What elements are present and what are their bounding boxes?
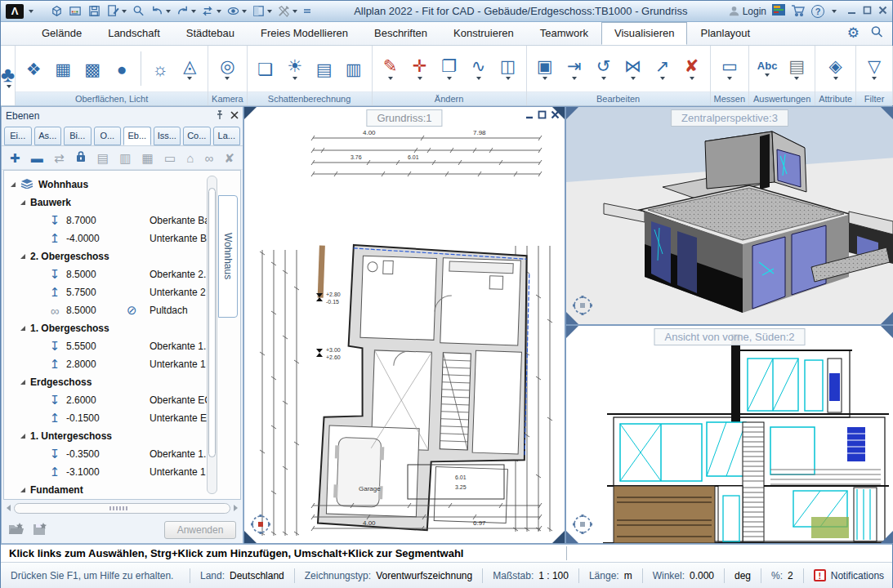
- viewport-ansicht-sueden[interactable]: Ansicht von vorne, Süden:2: [565, 325, 893, 544]
- swap-levels-icon[interactable]: ⇄: [54, 152, 65, 164]
- help-caret-icon[interactable]: [832, 10, 837, 13]
- level-value[interactable]: 5.7500: [66, 287, 96, 298]
- move-icon[interactable]: ⇥: [561, 50, 587, 87]
- scroll-right-icon[interactable]: [234, 505, 238, 511]
- level-value[interactable]: 5.5500: [66, 341, 96, 352]
- lock-level-icon[interactable]: [75, 150, 87, 165]
- sun-position-icon[interactable]: ☀: [282, 50, 308, 87]
- undo-icon[interactable]: [149, 3, 172, 19]
- level-value[interactable]: -0.3500: [66, 448, 100, 460]
- level-value[interactable]: -3.1000: [66, 466, 100, 478]
- status-winkel[interactable]: Winkel:0.000: [643, 568, 725, 583]
- side-tab-wohnhaus[interactable]: Wohnhaus: [218, 195, 238, 318]
- tree-group-bauwerk[interactable]: Bauwerk: [4, 194, 208, 212]
- stretch-icon[interactable]: ↗: [650, 50, 676, 87]
- text-abc-icon[interactable]: Abc: [754, 50, 780, 87]
- image-settings-icon[interactable]: ❏: [252, 50, 279, 87]
- tree-row[interactable]: ↧-0.3500Oberkante 1.: [4, 445, 208, 463]
- status-zeichnungstyp[interactable]: Zeichnungstyp:Vorentwurfszeichnung: [295, 568, 483, 583]
- panel-tab-layer[interactable]: La...: [213, 127, 241, 145]
- modify-wall-icon[interactable]: ◫: [495, 50, 521, 87]
- delete-icon[interactable]: ✘: [679, 50, 705, 87]
- panel-tab-issues[interactable]: Iss...: [154, 127, 181, 145]
- flatten-layer-icon[interactable]: ▭: [164, 152, 176, 164]
- lamp-icon[interactable]: ◬: [176, 50, 203, 87]
- modify-points-icon[interactable]: ✛: [407, 50, 433, 87]
- status-laenge[interactable]: Länge:m: [579, 568, 643, 583]
- modify-polyline-icon[interactable]: ∿: [466, 50, 492, 87]
- tab-gelaende[interactable]: Gelände: [29, 22, 95, 45]
- redo-icon[interactable]: [174, 3, 198, 19]
- modify-pencil-icon[interactable]: ✎: [377, 50, 404, 87]
- navigation-wheel-icon[interactable]: [250, 514, 271, 537]
- project-cube-icon[interactable]: [48, 3, 65, 19]
- tab-visualisieren[interactable]: Visualisieren: [601, 22, 687, 45]
- navigation-wheel-icon[interactable]: [572, 295, 593, 318]
- level-value[interactable]: 2.8000: [66, 359, 96, 370]
- tab-konstruieren[interactable]: Konstruieren: [440, 22, 527, 45]
- level-value[interactable]: -4.0000: [66, 233, 100, 244]
- panel-tab-objekte[interactable]: O...: [94, 127, 122, 145]
- close-button[interactable]: [878, 6, 887, 17]
- shadow-image-icon[interactable]: ▤: [311, 50, 337, 87]
- allplan-logo-icon[interactable]: Λ: [6, 4, 24, 19]
- attribute-tag-icon[interactable]: ◈: [823, 50, 849, 87]
- search-icon[interactable]: [869, 24, 884, 42]
- status-percent[interactable]: %:2: [761, 568, 804, 583]
- level-value[interactable]: 8.7000: [66, 215, 96, 226]
- modify-polygon-icon[interactable]: ❐: [436, 50, 462, 87]
- navigation-wheel-icon[interactable]: [572, 514, 593, 537]
- palette-icon[interactable]: [67, 3, 84, 19]
- shop-cart-icon[interactable]: [791, 4, 806, 19]
- viewport-close-icon[interactable]: [551, 110, 560, 122]
- mirror-icon[interactable]: ⋈: [620, 50, 646, 87]
- viewport-zentralperspektive[interactable]: Zentralperspektive:3: [565, 106, 893, 325]
- maximize-button[interactable]: [863, 6, 872, 17]
- panel-tab-connect[interactable]: Co...: [183, 127, 211, 145]
- login-button[interactable]: Login: [728, 5, 766, 17]
- scrollbar-thumb[interactable]: [208, 188, 216, 457]
- tree-row[interactable]: ↧8.5000Oberkante 2.: [4, 265, 208, 283]
- custom-surfaces-icon[interactable]: ❖: [20, 50, 47, 87]
- scrollbar-track[interactable]: [14, 503, 230, 514]
- panel-tab-ebenen[interactable]: Eb...: [123, 127, 151, 145]
- tree-group-2og[interactable]: 2. Obergeschoss: [4, 247, 208, 265]
- report-document-icon[interactable]: ▤: [784, 50, 810, 87]
- tab-planlayout[interactable]: Planlayout: [687, 22, 763, 45]
- link-planes-icon[interactable]: ∞: [205, 152, 214, 164]
- tab-freies-modellieren[interactable]: Freies Modellieren: [248, 22, 361, 45]
- surface-settings-icon[interactable]: ▩: [79, 50, 105, 87]
- tree-group-fundament[interactable]: Fundament: [4, 481, 208, 499]
- add-layer-icon[interactable]: ▤: [97, 152, 109, 164]
- tree-vertical-scrollbar[interactable]: [207, 176, 217, 494]
- tree-row[interactable]: ↧2.6000Oberkante EG: [4, 391, 208, 409]
- add-level-icon[interactable]: ✚: [10, 152, 20, 164]
- save-favorite-icon[interactable]: [33, 522, 47, 538]
- viewport-title-grundriss[interactable]: Grundriss:1: [366, 109, 442, 127]
- help-icon[interactable]: ?: [811, 5, 824, 18]
- visibility-eye-icon[interactable]: [225, 3, 248, 19]
- tree-row[interactable]: ↥5.7500Unterkante 2: [4, 283, 208, 301]
- copy-layer-icon[interactable]: ▦: [142, 152, 154, 164]
- level-value[interactable]: 2.6000: [66, 394, 96, 406]
- vegetation-button[interactable]: ♣: [1, 46, 16, 105]
- tree-row-wohnhaus[interactable]: Wohnhaus: [4, 176, 208, 194]
- panel-tab-assistenten[interactable]: As...: [34, 127, 62, 145]
- notifications-button[interactable]: ! Notifications: [804, 569, 893, 581]
- tab-staedtebau[interactable]: Städtebau: [173, 22, 248, 45]
- tree-row[interactable]: ↥-3.1000Unterkante 1: [4, 463, 208, 481]
- minimize-button[interactable]: [847, 6, 856, 17]
- rotate-icon[interactable]: ↺: [591, 50, 617, 87]
- tree-group-1ug[interactable]: 1. Untergeschoss: [4, 427, 208, 445]
- refresh-icon[interactable]: [199, 3, 223, 19]
- open-favorite-icon[interactable]: [8, 522, 25, 538]
- tree-row-pultdach[interactable]: ∞8.5000⊘Pultdach: [4, 301, 208, 319]
- tree-row[interactable]: ↥-4.0000Unterkante B: [4, 229, 208, 247]
- panel-close-icon[interactable]: [230, 110, 239, 122]
- edit-layers-icon[interactable]: ▥: [119, 152, 131, 164]
- light-settings-icon[interactable]: ☼: [147, 50, 173, 87]
- filter-funnel-icon[interactable]: ▽: [861, 50, 887, 87]
- app-menu-caret-icon[interactable]: [29, 10, 33, 13]
- surface-select-icon[interactable]: ▦: [50, 50, 76, 87]
- level-value[interactable]: 8.5000: [66, 305, 96, 316]
